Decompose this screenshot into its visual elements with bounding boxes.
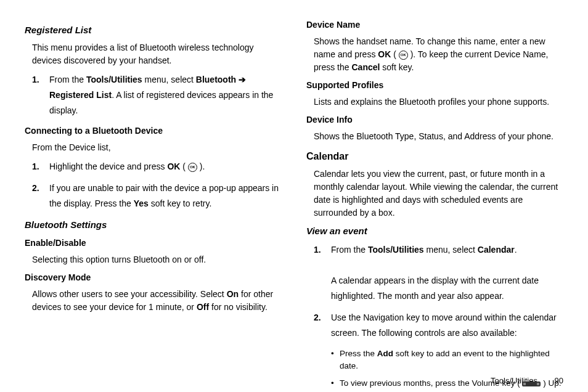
bold-text: Yes bbox=[134, 198, 149, 208]
text: From the bbox=[331, 245, 368, 255]
text: A calendar appears in the display with t… bbox=[331, 276, 539, 301]
para-device-info: Shows the Bluetooth Type, Status, and Ad… bbox=[314, 130, 563, 143]
text: ( bbox=[391, 49, 398, 59]
step-content: Highlight the device and press OK ( ). bbox=[49, 159, 282, 174]
para-enable-disable: Selecting this option turns Bluetooth on… bbox=[32, 253, 282, 266]
bold-text: Tools/Utilities bbox=[86, 75, 142, 84]
text: . bbox=[515, 245, 517, 255]
bullet-icon: • bbox=[331, 377, 340, 390]
heading-bluetooth-settings: Bluetooth Settings bbox=[25, 218, 282, 232]
bullet-content: Press the Add soft key to add an event t… bbox=[340, 348, 563, 373]
list-item: 1. From the Tools/Utilities menu, select… bbox=[32, 72, 282, 119]
ok-icon bbox=[399, 51, 408, 60]
step-content: Use the Navigation key to move around wi… bbox=[331, 310, 563, 341]
text: for no visibility. bbox=[209, 302, 267, 312]
heading-device-info: Device Info bbox=[306, 113, 563, 126]
left-column: Registered List This menu provides a lis… bbox=[25, 18, 282, 364]
text: Highlight the device and press bbox=[49, 161, 167, 171]
step-number: 2. bbox=[32, 181, 49, 211]
text: ( bbox=[180, 161, 187, 171]
bold-text: Off bbox=[197, 302, 209, 312]
bold-text: Calendar bbox=[478, 245, 515, 255]
connecting-steps: 1. Highlight the device and press OK ( )… bbox=[32, 159, 282, 212]
page-columns: Registered List This menu provides a lis… bbox=[25, 18, 563, 364]
text: soft key to retry. bbox=[149, 198, 211, 208]
heading-calendar: Calendar bbox=[306, 149, 563, 164]
para-device-name: Shows the handset name. To change this n… bbox=[314, 35, 563, 74]
text: ). bbox=[197, 161, 205, 171]
event-controls-bullets: • Press the Add soft key to add an event… bbox=[331, 348, 563, 390]
bold-text: On bbox=[227, 289, 239, 299]
volume-key-icon bbox=[522, 382, 541, 386]
bold-text: OK bbox=[167, 161, 180, 171]
step-content: If you are unable to pair with the devic… bbox=[49, 181, 282, 211]
list-item: 1. Highlight the device and press OK ( )… bbox=[32, 159, 282, 174]
bold-text: Add bbox=[377, 349, 393, 358]
para-discovery-mode: Allows other users to see your accessibi… bbox=[32, 288, 282, 314]
text: Press the bbox=[340, 349, 377, 358]
ok-icon bbox=[188, 163, 197, 172]
para-device-list: From the Device list, bbox=[32, 141, 282, 154]
step-number: 2. bbox=[314, 310, 331, 341]
step-number: 1. bbox=[314, 242, 331, 304]
list-item: 2. If you are unable to pair with the de… bbox=[32, 181, 282, 211]
bold-text: OK bbox=[378, 49, 391, 59]
list-item: • Press the Add soft key to add an event… bbox=[331, 348, 563, 373]
para-registered-list-intro: This menu provides a list of Bluetooth w… bbox=[32, 41, 282, 67]
footer-page-number: 90 bbox=[555, 376, 563, 385]
step-number: 1. bbox=[32, 159, 49, 174]
step-content: From the Tools/Utilities menu, select Bl… bbox=[49, 72, 282, 119]
text: Use the Navigation key to move around wi… bbox=[331, 312, 557, 338]
text: From the bbox=[49, 75, 86, 84]
text: menu, select bbox=[424, 245, 478, 255]
list-item: 2. Use the Navigation key to move around… bbox=[314, 310, 563, 341]
para-supported-profiles: Lists and explains the Bluetooth profile… bbox=[314, 96, 563, 108]
bold-text: Registered List bbox=[49, 90, 112, 100]
view-event-steps: 1. From the Tools/Utilities menu, select… bbox=[314, 242, 563, 341]
heading-view-event: View an event bbox=[306, 224, 563, 239]
heading-device-name: Device Name bbox=[306, 18, 563, 31]
heading-connecting-bluetooth: Connecting to a Bluetooth Device bbox=[25, 125, 282, 137]
heading-registered-list: Registered List bbox=[25, 23, 282, 38]
text: soft key. bbox=[380, 62, 414, 72]
text: menu, select bbox=[142, 75, 196, 84]
heading-discovery-mode: Discovery Mode bbox=[25, 271, 282, 284]
heading-supported-profiles: Supported Profiles bbox=[306, 79, 563, 92]
bold-text: Bluetooth bbox=[196, 75, 236, 84]
registered-list-steps: 1. From the Tools/Utilities menu, select… bbox=[32, 72, 282, 119]
right-column: Device Name Shows the handset name. To c… bbox=[306, 18, 563, 364]
text: Allows other users to see your accessibi… bbox=[32, 289, 227, 299]
list-item: 1. From the Tools/Utilities menu, select… bbox=[314, 242, 563, 304]
step-number: 1. bbox=[32, 72, 49, 119]
arrow-icon: ➔ bbox=[236, 75, 246, 84]
bold-text: Cancel bbox=[351, 62, 380, 72]
bullet-icon: • bbox=[331, 348, 340, 373]
step-content: From the Tools/Utilities menu, select Ca… bbox=[331, 242, 563, 304]
heading-enable-disable: Enable/Disable bbox=[25, 237, 282, 250]
bold-text: Tools/Utilities bbox=[368, 245, 424, 255]
para-calendar-intro: Calendar lets you view the current, past… bbox=[314, 168, 563, 219]
